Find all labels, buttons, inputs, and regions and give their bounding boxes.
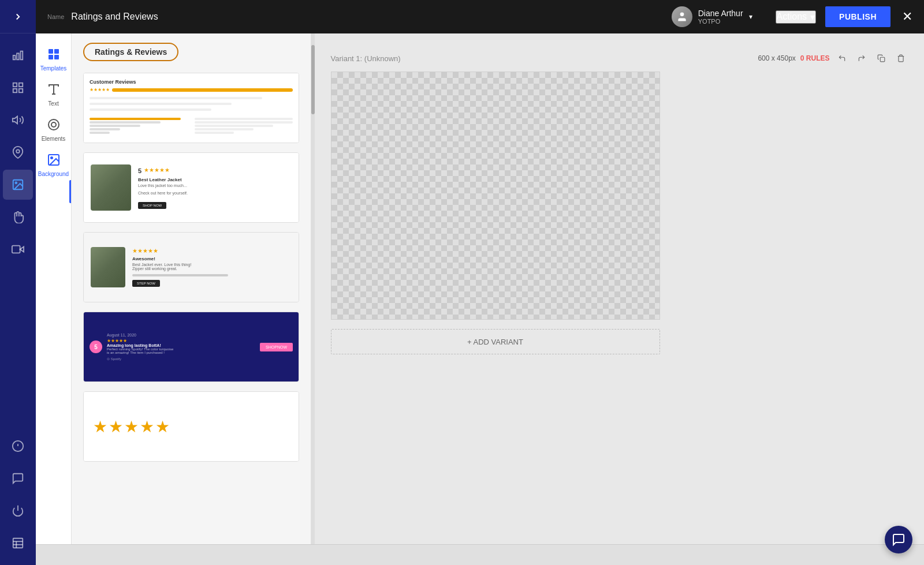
template-list-panel: Ratings & Reviews Customer Reviews ★★★★★ [72,33,311,544]
mockup-author [132,274,292,276]
background-icon [47,153,61,169]
variant-redo-button[interactable] [854,51,869,66]
rail-widgets-icon[interactable] [3,73,33,103]
rail-info-icon[interactable] [3,431,33,461]
mockup-product-text: Love this jacket too much... [138,184,292,188]
svg-rect-2 [21,51,23,60]
svg-point-31 [51,157,53,159]
mockup-dark-badge: 5 [90,341,102,353]
mockup-jacket-inner-2 [91,247,125,287]
widget-name: Ratings and Reviews [71,12,158,22]
chat-widget-button[interactable] [885,526,912,553]
variant-label-text: Variant 1: [331,54,363,63]
user-chevron-icon: ▾ [749,13,752,21]
rail-icons-list [0,33,36,264]
user-text-block: Diane Arthur YOTPO [698,9,743,25]
template-item-product-review-light[interactable]: 5 ★★★★★ Best Leather Jacket Love this ja… [83,152,299,223]
mockup-jacket-image [91,164,131,211]
mockup-big-stars: ★★★★★ [93,417,171,436]
actions-label: Actions [777,12,807,22]
svg-rect-5 [13,89,17,92]
rail-image-icon[interactable] [3,170,33,200]
mockup-product-stars-2: ★★★★★ [144,167,170,173]
name-label: Name [47,13,64,20]
template-item-reviews-list[interactable]: Customer Reviews ★★★★★ [83,73,299,143]
svg-marker-7 [13,117,17,124]
mockup-spotify-label: ⊙ Spotify [107,357,255,361]
mockup-product-info: 5 ★★★★★ Best Leather Jacket Love this ja… [138,167,292,209]
mockup-shop-button: SHOP NOW [138,202,166,209]
rules-badge[interactable]: 0 RULES [800,54,830,62]
category-pill[interactable]: Ratings & Reviews [83,43,178,61]
templates-icon [47,47,61,63]
canvas-frame[interactable] [331,72,660,320]
sidebar-item-elements[interactable]: Elements [37,113,70,147]
mockup-product-info-2: ★★★★★ Awesome! Best Jacket ever. Love th… [132,248,292,287]
mockup-dark-text: Perfect running Spotify! The color turqu… [107,347,255,354]
rail-chat-icon[interactable] [3,463,33,493]
svg-rect-32 [880,57,885,62]
mockup-jacket-image-2 [91,247,125,287]
variant-copy-button[interactable] [874,51,889,66]
mockup-jacket-inner [91,164,131,211]
variant-delete-button[interactable] [893,51,908,66]
text-label: Text [48,100,58,107]
rail-pin-icon[interactable] [3,137,33,167]
actions-button[interactable]: Actions ▾ [776,10,816,24]
rail-power-icon[interactable] [3,496,33,526]
template-item-stars-only[interactable]: ★★★★★ [83,391,299,462]
user-avatar [672,6,692,27]
nav-toggle-button[interactable] [0,0,36,33]
elements-label: Elements [42,136,66,143]
rail-hand-icon[interactable] [3,202,33,232]
mockup-stars-only-content: ★★★★★ [84,392,299,461]
main-area: Name Ratings and Reviews Diane Arthur YO… [36,0,924,565]
svg-rect-1 [17,53,19,59]
template-item-dark-brand[interactable]: 5 August 11, 2020 ★★★★★ Amazing long las… [83,312,299,382]
sidebar-item-text[interactable]: Text [37,78,70,112]
variant-undo-button[interactable] [834,51,850,66]
rail-analytics-icon[interactable] [3,40,33,70]
template-thumb-img-4: 5 August 11, 2020 ★★★★★ Amazing long las… [84,312,299,381]
content-area: Templates Text Elements [36,33,924,544]
elements-icon [47,118,61,133]
mockup-dark-info: August 11, 2020 ★★★★★ Amazing long lasti… [107,333,255,361]
variant-container: Variant 1: (Unknown) 600 x 450px 0 RULES [331,51,908,354]
svg-marker-11 [20,246,24,252]
left-nav-rail [0,0,36,565]
sidebar-item-background[interactable]: Background [37,148,70,182]
mockup-product-text2: Check out here for yourself. [138,191,292,195]
template-thumb-img-1: Customer Reviews ★★★★★ [84,73,299,143]
mockup-dark-title: Amazing long lasting BottA! [107,343,255,347]
svg-rect-0 [13,55,16,59]
template-category-header: Ratings & Reviews [72,33,311,66]
mockup-stars: ★★★★★ [90,87,110,92]
add-variant-button[interactable]: + ADD VARIANT [331,329,660,354]
mockup-product-title-3: Awesome! [132,256,292,261]
mockup-product-content: 5 ★★★★★ Best Leather Jacket Love this ja… [84,153,299,222]
mockup-product-dark-content: ★★★★★ Awesome! Best Jacket ever. Love th… [84,233,299,302]
rail-megaphone-icon[interactable] [3,105,33,135]
mockup-count-stars: 5 ★★★★★ [138,167,292,175]
template-item-product-review-dark[interactable]: ★★★★★ Awesome! Best Jacket ever. Love th… [83,232,299,302]
template-list-scroll: Customer Reviews ★★★★★ [72,66,311,544]
publish-button[interactable]: PUBLISH [825,6,891,27]
sidebar-item-templates[interactable]: Templates [37,43,70,77]
svg-rect-25 [54,55,59,59]
sidebar-panel: Templates Text Elements [36,33,72,544]
svg-point-28 [51,122,56,127]
user-dropdown[interactable]: Diane Arthur YOTPO ▾ [672,6,752,27]
background-label: Background [38,171,69,178]
rail-table-icon[interactable] [3,528,33,558]
mockup-line-2 [90,103,232,105]
mockup-rating-bars [90,118,293,134]
template-thumb-img-5: ★★★★★ [84,392,299,461]
active-sidebar-indicator [69,180,71,203]
rail-video-icon[interactable] [3,234,33,264]
mockup-count: 5 [138,167,141,174]
mockup-line-1 [90,97,262,99]
svg-point-8 [16,149,20,153]
variant-status-text: (Unknown) [364,54,401,63]
close-button[interactable]: ✕ [902,9,912,24]
mockup-date: August 11, 2020 [107,333,255,337]
